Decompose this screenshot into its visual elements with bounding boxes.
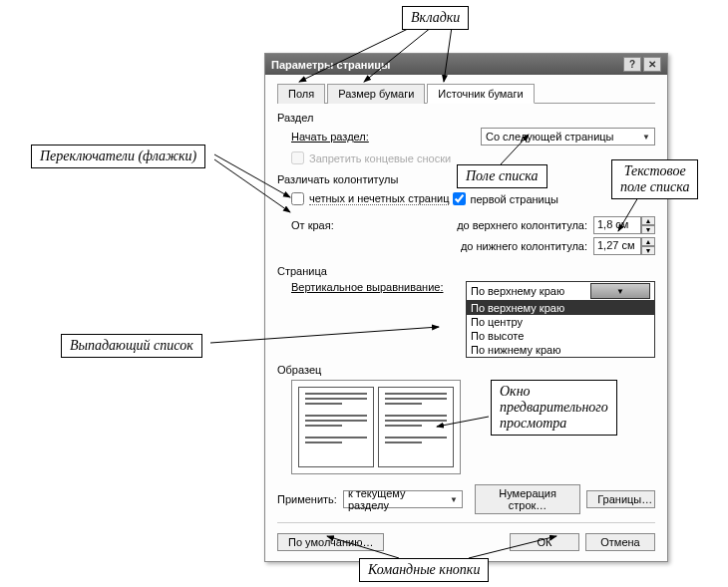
annotation-preview: Окно предварительного просмотра bbox=[491, 380, 617, 436]
preview-page-left bbox=[298, 387, 374, 467]
first-page-checkbox[interactable] bbox=[453, 192, 466, 205]
from-edge-label: От края: bbox=[291, 219, 334, 231]
chevron-down-icon: ▼ bbox=[642, 133, 650, 142]
header-spin-up[interactable]: ▲ bbox=[641, 216, 655, 225]
section-heading: Раздел bbox=[277, 112, 655, 124]
apply-to-combo[interactable]: к текущему разделу ▼ bbox=[343, 490, 463, 508]
preview-pane bbox=[291, 380, 461, 474]
borders-button[interactable]: Границы… bbox=[586, 490, 655, 508]
suppress-endnotes-checkbox bbox=[291, 151, 304, 164]
valign-opt-top[interactable]: По верхнему краю bbox=[467, 301, 654, 315]
apply-to-value: к текущему разделу bbox=[348, 487, 446, 511]
annotation-dropdown: Выпадающий список bbox=[61, 334, 202, 358]
default-button[interactable]: По умолчанию… bbox=[277, 533, 384, 551]
valign-label: Вертикальное выравнивание: bbox=[291, 281, 443, 293]
valign-dropdown[interactable]: По верхнему краю ▼ По верхнему краю По ц… bbox=[466, 281, 655, 358]
tab-fields[interactable]: Поля bbox=[277, 84, 325, 104]
first-page-label: первой страницы bbox=[471, 193, 558, 205]
page-heading: Страница bbox=[277, 265, 655, 277]
footer-spin-down[interactable]: ▼ bbox=[641, 246, 655, 255]
apply-to-label: Применить: bbox=[277, 493, 337, 505]
header-spin-down[interactable]: ▼ bbox=[641, 225, 655, 234]
valign-opt-center[interactable]: По центру bbox=[467, 315, 654, 329]
ok-button[interactable]: ОК bbox=[510, 533, 579, 551]
tab-paper-source[interactable]: Источник бумаги bbox=[427, 84, 534, 104]
line-numbers-button[interactable]: Нумерация строк… bbox=[475, 484, 580, 514]
footer-distance-input[interactable]: 1,27 см bbox=[593, 237, 641, 255]
valign-selected: По верхнему краю bbox=[471, 285, 564, 297]
dialog-title: Параметры страницы bbox=[271, 59, 390, 71]
valign-opt-justify[interactable]: По высоте bbox=[467, 329, 654, 343]
start-section-combo[interactable]: Со следующей страницы ▼ bbox=[481, 128, 655, 146]
to-header-label: до верхнего колонтитула: bbox=[457, 219, 587, 231]
dropdown-button-icon[interactable]: ▼ bbox=[590, 283, 650, 299]
annotation-cmdbuttons: Командные кнопки bbox=[359, 558, 489, 582]
tab-paper-size[interactable]: Размер бумаги bbox=[327, 84, 425, 104]
titlebar: Параметры страницы ? ✕ bbox=[265, 54, 667, 75]
valign-listbox[interactable]: По верхнему краю По центру По высоте По … bbox=[467, 301, 654, 357]
valign-opt-bottom[interactable]: По нижнему краю bbox=[467, 343, 654, 357]
odd-even-checkbox[interactable] bbox=[291, 192, 304, 205]
start-section-value: Со следующей страницы bbox=[486, 131, 614, 143]
start-section-label: Начать раздел: bbox=[291, 131, 369, 143]
odd-even-label: четных и нечетных страниц bbox=[309, 192, 449, 205]
close-button[interactable]: ✕ bbox=[643, 57, 661, 72]
annotation-tabs: Вкладки bbox=[402, 6, 469, 30]
chevron-down-icon: ▼ bbox=[450, 495, 458, 504]
preview-page-right bbox=[378, 387, 454, 467]
suppress-endnotes-label: Запретить концевые сноски bbox=[309, 152, 451, 164]
footer-spin-up[interactable]: ▲ bbox=[641, 237, 655, 246]
separator bbox=[277, 522, 655, 523]
sample-heading: Образец bbox=[277, 364, 655, 376]
annotation-listfield: Поле списка bbox=[457, 164, 547, 188]
tab-bar: Поля Размер бумаги Источник бумаги bbox=[277, 83, 655, 104]
help-button[interactable]: ? bbox=[623, 57, 641, 72]
cancel-button[interactable]: Отмена bbox=[585, 533, 655, 551]
to-footer-label: до нижнего колонтитула: bbox=[461, 240, 587, 252]
annotation-textlistfield: Текстовое поле списка bbox=[611, 159, 698, 199]
header-distance-input[interactable]: 1,8 см bbox=[593, 216, 641, 234]
page-setup-dialog: Параметры страницы ? ✕ Поля Размер бумаг… bbox=[264, 53, 668, 562]
annotation-switches: Переключатели (флажки) bbox=[31, 145, 205, 168]
